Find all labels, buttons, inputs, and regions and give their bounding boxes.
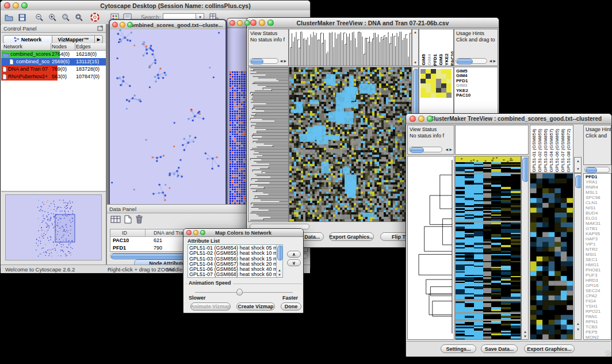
col-network[interactable]: Network <box>3 43 22 51</box>
close-button[interactable] <box>186 230 192 235</box>
tab-vizmapper[interactable]: VizMapper™ <box>52 35 95 44</box>
table-row-selected[interactable]: combined_sco 2569(6) 13112(15) <box>1 58 106 66</box>
export-graphics-button[interactable]: Export Graphics... <box>329 232 374 241</box>
scroll-up-icon[interactable]: ▲ <box>576 322 580 325</box>
treeview2-title-bar[interactable]: ClusterMaker TreeView : combined_scores_… <box>406 114 611 124</box>
zoom-out-icon[interactable] <box>34 12 44 22</box>
zoom-button[interactable] <box>127 22 133 28</box>
export-graphics-button[interactable]: Export Graphics... <box>524 344 575 353</box>
list-scrollbar[interactable]: ▲ ▼ <box>276 245 282 277</box>
minimize-button[interactable] <box>237 20 243 26</box>
zoom-fit-icon[interactable] <box>74 12 84 22</box>
col-edges[interactable]: Edges <box>76 43 91 51</box>
main-title-bar[interactable]: Cytoscape Desktop (Session Name: collins… <box>1 1 310 11</box>
status-scrollbar[interactable] <box>409 147 442 152</box>
animate-vizmap-button[interactable]: Animate Vizmap <box>190 302 231 311</box>
col-nodes[interactable]: Nodes <box>52 43 67 51</box>
close-button[interactable] <box>230 20 235 26</box>
create-vizmap-button[interactable]: Create Vizmap <box>236 302 275 311</box>
zoom-button[interactable] <box>21 2 28 9</box>
scroll-up-icon[interactable]: ▲ <box>278 269 281 272</box>
scroll-down-icon[interactable]: ▼ <box>576 328 580 331</box>
delete-attribute-icon[interactable] <box>135 214 143 226</box>
tab-network[interactable]: Network <box>3 35 52 44</box>
minimize-button[interactable] <box>13 2 19 9</box>
tab-overflow-arrow[interactable]: ▶ <box>95 35 103 44</box>
column-labels-panel[interactable]: GIM5 GIM4 PFD1 GIM3 YKE2 PAC10 <box>419 29 454 66</box>
scroll-left-icon[interactable]: ◀ <box>445 148 448 151</box>
float-panel-icon[interactable] <box>97 23 104 33</box>
column-dendrogram[interactable] <box>289 29 412 66</box>
network-view-canvas-1[interactable] <box>110 29 225 206</box>
zoom-button[interactable] <box>267 20 274 26</box>
minimize-button[interactable] <box>193 230 198 235</box>
zoom-selected-icon[interactable] <box>60 12 71 22</box>
hints-scrollbar[interactable] <box>584 167 610 173</box>
column-dendrogram[interactable] <box>455 125 529 155</box>
column-labels-panel[interactable]: GPL51-01 (GSM854) GPL51-02 (GSM855) GPL5… <box>530 125 573 173</box>
scroll-down-icon[interactable]: ▼ <box>414 61 417 64</box>
resize-grip[interactable] <box>605 350 611 356</box>
table-row[interactable]: DNA and Tran 07 769(0) 183728(0) <box>1 66 106 73</box>
attribute-table-icon[interactable] <box>110 215 121 226</box>
zoom-button[interactable] <box>200 230 205 235</box>
help-lifering-icon[interactable] <box>90 12 100 22</box>
treeview1-title-bar[interactable]: ClusterMaker TreeView : DNA and Tran 07-… <box>247 18 499 28</box>
dialog-title-bar[interactable]: Map Colors to Network <box>183 229 303 237</box>
scroll-right-icon[interactable]: ▶ <box>284 59 286 63</box>
network-overview-thumbnail[interactable] <box>6 195 101 260</box>
table-row[interactable]: combined_scores 2764(0) 16218(0) <box>1 51 106 58</box>
network-graph[interactable] <box>110 29 225 206</box>
table-row[interactable]: RNAPuberNov2+ 563(0) 107847(0) <box>1 73 106 81</box>
zoom-button[interactable] <box>427 116 433 122</box>
speed-slider-thumb[interactable] <box>236 289 243 296</box>
panel-splitter[interactable] <box>1 191 106 192</box>
minimize-button[interactable] <box>418 116 424 122</box>
scroll-down-icon[interactable]: ▼ <box>278 273 281 277</box>
network-window-1[interactable]: combined_scores_good.txt--cluste... <box>109 19 227 208</box>
save-icon[interactable] <box>17 12 27 22</box>
scroll-down-icon[interactable]: ▼ <box>576 167 580 171</box>
scroll-up-icon[interactable]: ▲ <box>414 30 417 34</box>
settings-button[interactable]: Settings... <box>441 344 476 353</box>
minimize-button[interactable] <box>120 22 125 28</box>
col-id[interactable]: ID <box>122 229 127 237</box>
close-button[interactable] <box>112 22 118 28</box>
move-down-button[interactable]: ∨ <box>287 259 301 266</box>
scroll-left-icon[interactable]: ◀ <box>489 59 492 63</box>
speed-slider-track[interactable] <box>195 292 293 293</box>
row-dendrogram[interactable] <box>407 156 454 340</box>
move-up-button[interactable]: ∧ <box>287 251 301 258</box>
row-dendrogram[interactable] <box>248 67 289 222</box>
zoom-heatmap[interactable] <box>530 173 573 340</box>
heatmap-vertical-scrollbar[interactable]: ▲ ▼ <box>521 156 529 340</box>
scroll-up-icon[interactable]: ▲ <box>523 330 527 334</box>
zoom-in-icon[interactable] <box>47 12 58 22</box>
label-scroll-arrows[interactable]: ▲ ▼ <box>574 157 582 173</box>
new-attribute-icon[interactable] <box>124 215 132 226</box>
save-data-button[interactable]: Save Data... <box>481 344 518 353</box>
close-button[interactable] <box>410 116 416 122</box>
list-item[interactable]: GPL51-07 (GSM868) heat shock 60 min <box>189 272 281 277</box>
scroll-right-icon[interactable]: ▶ <box>493 59 496 63</box>
scroll-right-icon[interactable]: ▶ <box>449 148 452 151</box>
open-file-icon[interactable] <box>3 12 14 22</box>
close-button[interactable] <box>250 20 257 26</box>
minimize-button[interactable] <box>259 20 265 26</box>
close-button[interactable] <box>4 2 10 9</box>
zoom-vertical-scrollbar[interactable]: ▲ ▼ <box>574 173 582 340</box>
birds-eye-view[interactable] <box>5 194 102 260</box>
global-heatmap[interactable] <box>455 156 521 340</box>
attribute-list[interactable]: GPL51-01 (GSM854) heat shock 05 min GPL5… <box>188 244 283 278</box>
zoom-matrix[interactable] <box>420 69 452 98</box>
dendrogram-scroll-strip[interactable]: ▲ ▼ <box>412 29 419 66</box>
scroll-left-icon[interactable]: ◀ <box>280 59 282 63</box>
status-scrollbar[interactable] <box>250 58 278 64</box>
done-button[interactable]: Done <box>281 302 301 311</box>
hints-scrollbar[interactable] <box>456 58 487 64</box>
gene-labels-panel[interactable]: PFD1 YRA1 RNR4 MSL1 SPC98 CLN1 NIS1 BUD4… <box>583 173 611 340</box>
global-heatmap[interactable] <box>289 67 412 222</box>
scroll-down-icon[interactable]: ▼ <box>523 335 527 338</box>
zoom-button[interactable] <box>244 20 250 26</box>
scroll-up-icon[interactable]: ▲ <box>576 159 580 163</box>
